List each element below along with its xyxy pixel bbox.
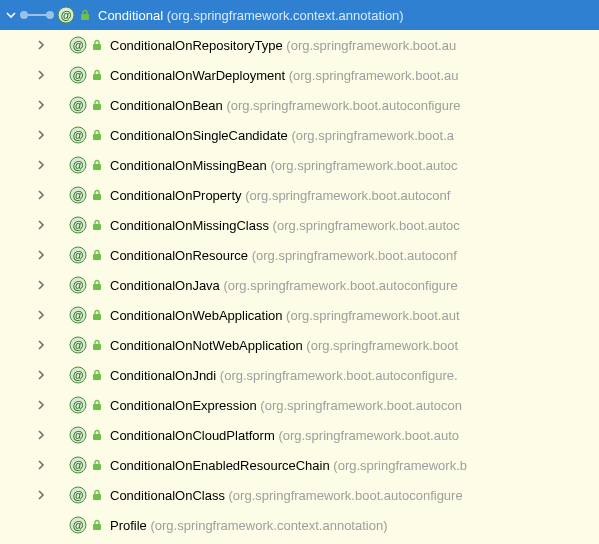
svg-text:@: @ bbox=[73, 129, 84, 141]
svg-rect-8 bbox=[93, 74, 101, 80]
package-name: (org.springframework.boot.au bbox=[286, 38, 456, 53]
tree-row[interactable]: @ConditionalOnCloudPlatform (org.springf… bbox=[0, 420, 599, 450]
tree-row[interactable]: @ConditionalOnBean (org.springframework.… bbox=[0, 90, 599, 120]
tree-root-row[interactable]: @ Conditional (org.springframework.conte… bbox=[0, 0, 599, 30]
expand-arrow-right-icon[interactable] bbox=[34, 68, 48, 82]
tree-row[interactable]: @ConditionalOnExpression (org.springfram… bbox=[0, 390, 599, 420]
tree-node-label: ConditionalOnMissingBean (org.springfram… bbox=[110, 158, 458, 173]
tree-row[interactable]: @ConditionalOnWebApplication (org.spring… bbox=[0, 300, 599, 330]
no-arrow bbox=[34, 518, 48, 532]
class-name: ConditionalOnExpression bbox=[110, 398, 257, 413]
package-name: (org.springframework.boot.autoconf bbox=[245, 188, 450, 203]
package-name: (org.springframework.boot.au bbox=[289, 68, 459, 83]
svg-text:@: @ bbox=[73, 99, 84, 111]
expand-arrow-right-icon[interactable] bbox=[34, 98, 48, 112]
expand-arrow-right-icon[interactable] bbox=[34, 338, 48, 352]
tree-node-label: ConditionalOnJndi (org.springframework.b… bbox=[110, 368, 458, 383]
public-lock-icon bbox=[90, 398, 104, 412]
svg-text:@: @ bbox=[73, 189, 84, 201]
expand-arrow-right-icon[interactable] bbox=[34, 128, 48, 142]
public-lock-icon bbox=[90, 38, 104, 52]
tree-node-label: ConditionalOnCloudPlatform (org.springfr… bbox=[110, 428, 459, 443]
svg-rect-11 bbox=[93, 104, 101, 110]
expand-arrow-down-icon[interactable] bbox=[4, 8, 18, 22]
tree-row[interactable]: @ConditionalOnJava (org.springframework.… bbox=[0, 270, 599, 300]
public-lock-icon bbox=[90, 368, 104, 382]
annotation-icon: @ bbox=[68, 425, 88, 445]
class-name: ConditionalOnProperty bbox=[110, 188, 242, 203]
tree-node-label: ConditionalOnWarDeployment (org.springfr… bbox=[110, 68, 459, 83]
tree-row[interactable]: @Profile (org.springframework.context.an… bbox=[0, 510, 599, 540]
tree-row[interactable]: @ConditionalOnProperty (org.springframew… bbox=[0, 180, 599, 210]
tree-row[interactable]: @ConditionalOnMissingClass (org.springfr… bbox=[0, 210, 599, 240]
class-name: ConditionalOnResource bbox=[110, 248, 248, 263]
annotation-icon: @ bbox=[68, 455, 88, 475]
package-name: (org.springframework.boot.autoconfigure bbox=[226, 98, 460, 113]
tree-node-label: ConditionalOnSingleCandidate (org.spring… bbox=[110, 128, 454, 143]
class-name: ConditionalOnWarDeployment bbox=[110, 68, 285, 83]
expand-arrow-right-icon[interactable] bbox=[34, 218, 48, 232]
expand-arrow-right-icon[interactable] bbox=[34, 308, 48, 322]
expand-arrow-right-icon[interactable] bbox=[34, 428, 48, 442]
svg-text:@: @ bbox=[73, 279, 84, 291]
annotation-icon: @ bbox=[68, 395, 88, 415]
tree-node-label: ConditionalOnExpression (org.springframe… bbox=[110, 398, 462, 413]
svg-text:@: @ bbox=[73, 69, 84, 81]
public-lock-icon bbox=[90, 158, 104, 172]
tree-node-label: ConditionalOnClass (org.springframework.… bbox=[110, 488, 463, 503]
tree-row[interactable]: @ConditionalOnClass (org.springframework… bbox=[0, 480, 599, 510]
expand-arrow-right-icon[interactable] bbox=[34, 158, 48, 172]
expand-arrow-right-icon[interactable] bbox=[34, 488, 48, 502]
expand-arrow-right-icon[interactable] bbox=[34, 368, 48, 382]
tree-row[interactable]: @ConditionalOnEnabledResourceChain (org.… bbox=[0, 450, 599, 480]
public-lock-icon bbox=[78, 8, 92, 22]
class-name: Profile bbox=[110, 518, 147, 533]
annotation-icon: @ bbox=[68, 185, 88, 205]
class-name: ConditionalOnSingleCandidate bbox=[110, 128, 288, 143]
expand-arrow-right-icon[interactable] bbox=[34, 38, 48, 52]
tree-node-label: ConditionalOnResource (org.springframewo… bbox=[110, 248, 457, 263]
annotation-icon: @ bbox=[68, 275, 88, 295]
svg-text:@: @ bbox=[73, 39, 84, 51]
tree-row[interactable]: @ConditionalOnWarDeployment (org.springf… bbox=[0, 60, 599, 90]
annotation-icon: @ bbox=[68, 65, 88, 85]
expand-arrow-right-icon[interactable] bbox=[34, 188, 48, 202]
tree-row[interactable]: @ConditionalOnMissingBean (org.springfra… bbox=[0, 150, 599, 180]
tree-row[interactable]: @ConditionalOnJndi (org.springframework.… bbox=[0, 360, 599, 390]
annotation-icon: @ bbox=[68, 485, 88, 505]
tree-row[interactable]: @ConditionalOnSingleCandidate (org.sprin… bbox=[0, 120, 599, 150]
package-name: (org.springframework.boot.auto bbox=[278, 428, 459, 443]
package-name: (org.springframework.boot.autoconfigure bbox=[223, 278, 457, 293]
class-name: Conditional bbox=[98, 8, 163, 23]
expand-arrow-right-icon[interactable] bbox=[34, 458, 48, 472]
class-name: ConditionalOnNotWebApplication bbox=[110, 338, 303, 353]
tree-node-label: ConditionalOnBean (org.springframework.b… bbox=[110, 98, 461, 113]
tree-row[interactable]: @ConditionalOnNotWebApplication (org.spr… bbox=[0, 330, 599, 360]
class-name: ConditionalOnEnabledResourceChain bbox=[110, 458, 330, 473]
svg-rect-23 bbox=[93, 224, 101, 230]
public-lock-icon bbox=[90, 98, 104, 112]
annotation-icon: @ bbox=[68, 155, 88, 175]
tree-children: @ConditionalOnRepositoryType (org.spring… bbox=[0, 30, 599, 540]
tree-row[interactable]: @ConditionalOnResource (org.springframew… bbox=[0, 240, 599, 270]
package-name: (org.springframework.boot.autoc bbox=[270, 158, 457, 173]
public-lock-icon bbox=[90, 248, 104, 262]
svg-rect-5 bbox=[93, 44, 101, 50]
expand-arrow-right-icon[interactable] bbox=[34, 248, 48, 262]
class-name: ConditionalOnCloudPlatform bbox=[110, 428, 275, 443]
public-lock-icon bbox=[90, 128, 104, 142]
tree-node-label: ConditionalOnRepositoryType (org.springf… bbox=[110, 38, 456, 53]
public-lock-icon bbox=[90, 68, 104, 82]
tree-row[interactable]: @ConditionalOnRepositoryType (org.spring… bbox=[0, 30, 599, 60]
expand-arrow-right-icon[interactable] bbox=[34, 398, 48, 412]
expand-arrow-right-icon[interactable] bbox=[34, 278, 48, 292]
annotation-icon: @ bbox=[68, 515, 88, 535]
svg-rect-50 bbox=[93, 494, 101, 500]
annotation-icon: @ bbox=[68, 365, 88, 385]
package-name: (org.springframework.context.annotation) bbox=[167, 8, 404, 23]
svg-text:@: @ bbox=[73, 429, 84, 441]
svg-text:@: @ bbox=[73, 459, 84, 471]
class-name: ConditionalOnJndi bbox=[110, 368, 216, 383]
annotation-icon: @ bbox=[68, 335, 88, 355]
annotation-icon: @ bbox=[68, 35, 88, 55]
